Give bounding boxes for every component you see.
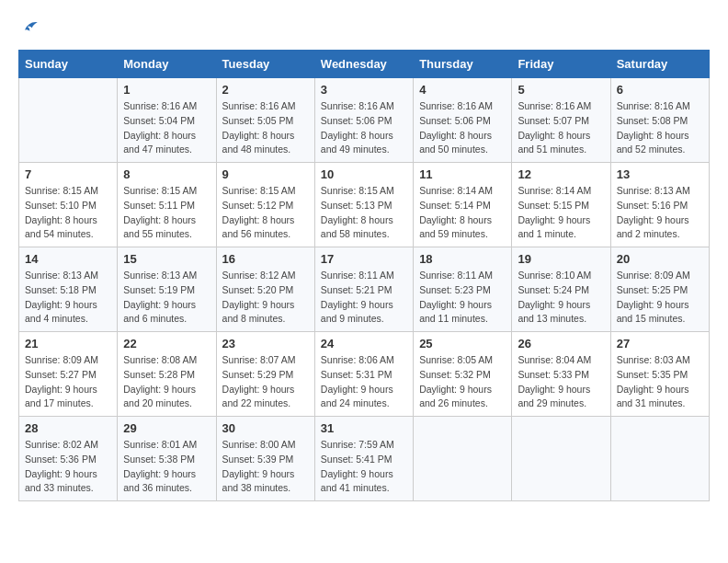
day-number: 11 xyxy=(419,167,506,181)
day-info: Sunrise: 8:09 AM Sunset: 5:27 PM Dayligh… xyxy=(25,353,111,411)
day-info: Sunrise: 8:16 AM Sunset: 5:06 PM Dayligh… xyxy=(321,99,407,157)
calendar-cell: 3Sunrise: 8:16 AM Sunset: 5:06 PM Daylig… xyxy=(314,78,413,163)
calendar-cell: 2Sunrise: 8:16 AM Sunset: 5:05 PM Daylig… xyxy=(216,78,314,163)
week-row-3: 21Sunrise: 8:09 AM Sunset: 5:27 PM Dayli… xyxy=(19,332,710,417)
day-number: 18 xyxy=(419,252,506,266)
calendar-cell: 1Sunrise: 8:16 AM Sunset: 5:04 PM Daylig… xyxy=(118,78,216,163)
day-info: Sunrise: 8:13 AM Sunset: 5:19 PM Dayligh… xyxy=(123,269,210,327)
day-info: Sunrise: 8:03 AM Sunset: 5:35 PM Dayligh… xyxy=(617,353,703,411)
calendar-cell: 11Sunrise: 8:14 AM Sunset: 5:14 PM Dayli… xyxy=(414,163,512,247)
calendar-cell: 29Sunrise: 8:01 AM Sunset: 5:38 PM Dayli… xyxy=(118,417,216,501)
day-info: Sunrise: 8:15 AM Sunset: 5:11 PM Dayligh… xyxy=(123,184,210,242)
day-info: Sunrise: 8:02 AM Sunset: 5:36 PM Dayligh… xyxy=(25,438,111,496)
calendar-cell: 19Sunrise: 8:10 AM Sunset: 5:24 PM Dayli… xyxy=(512,247,610,332)
day-number: 20 xyxy=(617,252,703,266)
calendar-cell: 10Sunrise: 8:15 AM Sunset: 5:13 PM Dayli… xyxy=(314,163,413,247)
day-number: 26 xyxy=(518,337,604,350)
calendar-cell: 8Sunrise: 8:15 AM Sunset: 5:11 PM Daylig… xyxy=(118,163,216,247)
day-info: Sunrise: 7:59 AM Sunset: 5:41 PM Dayligh… xyxy=(321,438,407,496)
day-number: 9 xyxy=(222,167,309,181)
col-header-saturday: Saturday xyxy=(610,51,709,78)
week-row-4: 28Sunrise: 8:02 AM Sunset: 5:36 PM Dayli… xyxy=(19,417,710,501)
day-number: 27 xyxy=(617,337,703,350)
calendar-cell: 13Sunrise: 8:13 AM Sunset: 5:16 PM Dayli… xyxy=(610,163,709,247)
day-info: Sunrise: 8:13 AM Sunset: 5:16 PM Dayligh… xyxy=(617,184,703,242)
calendar-cell: 12Sunrise: 8:14 AM Sunset: 5:15 PM Dayli… xyxy=(512,163,610,247)
page-header xyxy=(18,18,710,35)
week-row-0: 1Sunrise: 8:16 AM Sunset: 5:04 PM Daylig… xyxy=(19,78,710,163)
day-info: Sunrise: 8:16 AM Sunset: 5:08 PM Dayligh… xyxy=(617,99,703,157)
calendar-cell: 25Sunrise: 8:05 AM Sunset: 5:32 PM Dayli… xyxy=(414,332,512,417)
day-number: 30 xyxy=(222,421,309,435)
day-number: 1 xyxy=(123,83,210,97)
calendar-cell xyxy=(512,417,610,501)
day-number: 7 xyxy=(25,167,111,181)
day-number: 14 xyxy=(25,252,111,266)
day-info: Sunrise: 8:05 AM Sunset: 5:32 PM Dayligh… xyxy=(419,353,506,411)
day-info: Sunrise: 8:06 AM Sunset: 5:31 PM Dayligh… xyxy=(321,353,407,411)
calendar-cell: 27Sunrise: 8:03 AM Sunset: 5:35 PM Dayli… xyxy=(610,332,709,417)
day-info: Sunrise: 8:16 AM Sunset: 5:07 PM Dayligh… xyxy=(518,99,604,157)
week-row-1: 7Sunrise: 8:15 AM Sunset: 5:10 PM Daylig… xyxy=(19,163,710,247)
day-number: 10 xyxy=(321,167,407,181)
day-info: Sunrise: 8:09 AM Sunset: 5:25 PM Dayligh… xyxy=(617,269,703,327)
calendar-cell: 28Sunrise: 8:02 AM Sunset: 5:36 PM Dayli… xyxy=(19,417,118,501)
day-info: Sunrise: 8:15 AM Sunset: 5:10 PM Dayligh… xyxy=(25,184,111,242)
day-number: 15 xyxy=(123,252,210,266)
logo xyxy=(18,18,39,35)
calendar-cell: 26Sunrise: 8:04 AM Sunset: 5:33 PM Dayli… xyxy=(512,332,610,417)
calendar-cell: 17Sunrise: 8:11 AM Sunset: 5:21 PM Dayli… xyxy=(314,247,413,332)
calendar-cell: 9Sunrise: 8:15 AM Sunset: 5:12 PM Daylig… xyxy=(216,163,314,247)
calendar-cell: 14Sunrise: 8:13 AM Sunset: 5:18 PM Dayli… xyxy=(19,247,118,332)
calendar-cell: 24Sunrise: 8:06 AM Sunset: 5:31 PM Dayli… xyxy=(314,332,413,417)
col-header-wednesday: Wednesday xyxy=(314,51,413,78)
day-info: Sunrise: 8:15 AM Sunset: 5:13 PM Dayligh… xyxy=(321,184,407,242)
calendar-cell: 30Sunrise: 8:00 AM Sunset: 5:39 PM Dayli… xyxy=(216,417,314,501)
day-number: 13 xyxy=(617,167,703,181)
day-info: Sunrise: 8:08 AM Sunset: 5:28 PM Dayligh… xyxy=(123,353,210,411)
day-info: Sunrise: 8:14 AM Sunset: 5:15 PM Dayligh… xyxy=(518,184,604,242)
col-header-thursday: Thursday xyxy=(414,51,512,78)
calendar-cell xyxy=(610,417,709,501)
day-info: Sunrise: 8:00 AM Sunset: 5:39 PM Dayligh… xyxy=(222,438,309,496)
day-number: 19 xyxy=(518,252,604,266)
calendar-cell xyxy=(19,78,118,163)
day-info: Sunrise: 8:15 AM Sunset: 5:12 PM Dayligh… xyxy=(222,184,309,242)
col-header-tuesday: Tuesday xyxy=(216,51,314,78)
day-number: 22 xyxy=(123,337,210,350)
day-info: Sunrise: 8:04 AM Sunset: 5:33 PM Dayligh… xyxy=(518,353,604,411)
calendar-cell: 16Sunrise: 8:12 AM Sunset: 5:20 PM Dayli… xyxy=(216,247,314,332)
day-number: 2 xyxy=(222,83,309,97)
calendar-cell: 31Sunrise: 7:59 AM Sunset: 5:41 PM Dayli… xyxy=(314,417,413,501)
calendar-table: SundayMondayTuesdayWednesdayThursdayFrid… xyxy=(18,50,710,501)
day-info: Sunrise: 8:12 AM Sunset: 5:20 PM Dayligh… xyxy=(222,269,309,327)
day-number: 21 xyxy=(25,337,111,350)
day-info: Sunrise: 8:16 AM Sunset: 5:05 PM Dayligh… xyxy=(222,99,309,157)
day-info: Sunrise: 8:10 AM Sunset: 5:24 PM Dayligh… xyxy=(518,269,604,327)
calendar-cell: 22Sunrise: 8:08 AM Sunset: 5:28 PM Dayli… xyxy=(118,332,216,417)
calendar-cell: 20Sunrise: 8:09 AM Sunset: 5:25 PM Dayli… xyxy=(610,247,709,332)
col-header-sunday: Sunday xyxy=(19,51,118,78)
day-number: 23 xyxy=(222,337,309,350)
day-number: 6 xyxy=(617,83,703,97)
day-number: 4 xyxy=(419,83,506,97)
day-number: 31 xyxy=(321,421,407,435)
logo-bird-icon xyxy=(22,18,39,35)
col-header-monday: Monday xyxy=(118,51,216,78)
calendar-cell: 21Sunrise: 8:09 AM Sunset: 5:27 PM Dayli… xyxy=(19,332,118,417)
day-info: Sunrise: 8:11 AM Sunset: 5:23 PM Dayligh… xyxy=(419,269,506,327)
day-info: Sunrise: 8:16 AM Sunset: 5:04 PM Dayligh… xyxy=(123,99,210,157)
calendar-cell: 7Sunrise: 8:15 AM Sunset: 5:10 PM Daylig… xyxy=(19,163,118,247)
calendar-cell: 5Sunrise: 8:16 AM Sunset: 5:07 PM Daylig… xyxy=(512,78,610,163)
day-number: 8 xyxy=(123,167,210,181)
day-number: 25 xyxy=(419,337,506,350)
day-info: Sunrise: 8:11 AM Sunset: 5:21 PM Dayligh… xyxy=(321,269,407,327)
day-info: Sunrise: 8:13 AM Sunset: 5:18 PM Dayligh… xyxy=(25,269,111,327)
day-info: Sunrise: 8:01 AM Sunset: 5:38 PM Dayligh… xyxy=(123,438,210,496)
day-number: 17 xyxy=(321,252,407,266)
day-info: Sunrise: 8:14 AM Sunset: 5:14 PM Dayligh… xyxy=(419,184,506,242)
calendar-cell: 15Sunrise: 8:13 AM Sunset: 5:19 PM Dayli… xyxy=(118,247,216,332)
day-number: 29 xyxy=(123,421,210,435)
calendar-cell xyxy=(414,417,512,501)
week-row-2: 14Sunrise: 8:13 AM Sunset: 5:18 PM Dayli… xyxy=(19,247,710,332)
